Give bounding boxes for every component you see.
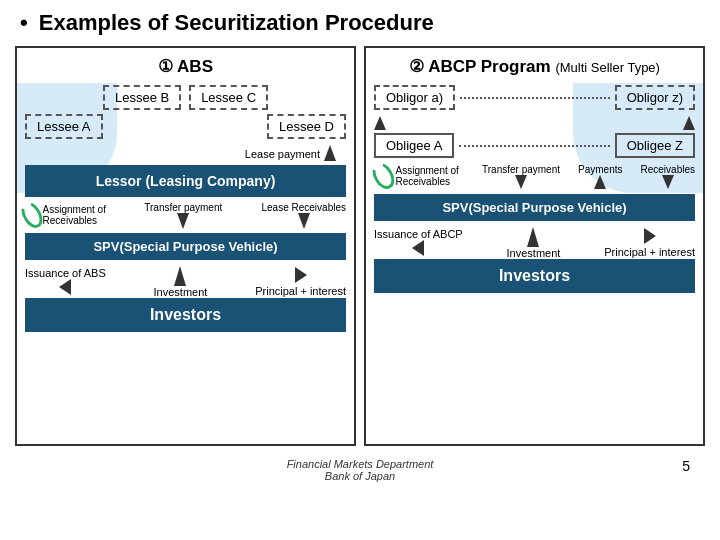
svg-marker-13 <box>644 228 656 244</box>
svg-marker-6 <box>374 116 386 130</box>
lessee-row1: Lessee B Lessee C <box>25 85 346 110</box>
right-arrow-abcp-icon <box>644 228 656 244</box>
up-investment-right-icon <box>527 227 539 247</box>
left-arrow-icon <box>59 279 71 295</box>
transfer-right-label: Transfer payment <box>482 164 560 175</box>
lessee-d-box: Lessee D <box>267 114 346 139</box>
transfer-payment-label: Transfer payment <box>144 202 222 213</box>
lease-receivables-label: Lease Receivables <box>262 202 347 213</box>
obligee-row: Obligee A Obligee Z <box>374 133 695 158</box>
down-arrow-icon <box>177 213 189 229</box>
svg-marker-10 <box>662 175 674 189</box>
obligee-a-box: Obligee A <box>374 133 454 158</box>
lessee-a-box: Lessee A <box>25 114 103 139</box>
down-arrow-receivables-icon <box>662 175 674 189</box>
receivables-label: Receivables <box>641 164 695 175</box>
svg-marker-11 <box>412 240 424 256</box>
lease-receivables-arrow: Lease Receivables <box>262 202 347 229</box>
svg-marker-5 <box>295 267 307 283</box>
lessee-row2: Lessee A Lessee D <box>25 114 346 139</box>
payments-arrow: Payments <box>578 164 622 189</box>
obligee-z-box: Obligee Z <box>615 133 695 158</box>
principal-interest-right-box: Principal + interest <box>604 228 695 258</box>
right-diagram: ② ABCP Program (Multi Seller Type) Oblig… <box>364 46 705 446</box>
assignment-right-label: Assignment of Receivables <box>396 165 465 187</box>
bullet: • <box>20 10 28 35</box>
flow-arrows-left: Assignment of Receivables Transfer payme… <box>25 201 346 229</box>
investors-box-right: Investors <box>374 259 695 293</box>
investors-section-right: Issuance of ABCP Investment <box>374 227 695 259</box>
svg-marker-7 <box>683 116 695 130</box>
investment-right-label: Investment <box>507 247 561 259</box>
down-arrow-icon2 <box>298 213 310 229</box>
footer-line1: Financial Markets Department <box>287 458 434 470</box>
right-subtitle-text: (Multi Seller Type) <box>555 60 660 75</box>
lessee-c-box: Lessee C <box>189 85 268 110</box>
page-title: • Examples of Securitization Procedure <box>15 10 705 36</box>
principal-label: Principal + interest <box>255 285 346 297</box>
up-arrow2-icon <box>174 266 186 286</box>
transfer-right-arrow: Transfer payment <box>482 164 560 189</box>
up-arrow-obligee-left-icon <box>374 116 386 130</box>
up-arrow-obligee-right-icon <box>683 116 695 130</box>
investors-section-left: Issuance of ABS Investment <box>25 266 346 298</box>
obligor-a-box: Obligor a) <box>374 85 455 110</box>
investors-box-left: Investors <box>25 298 346 332</box>
issuance-abcp-box: Issuance of ABCP <box>374 228 463 258</box>
lessor-box: Lessor (Leasing Company) <box>25 165 346 197</box>
down-arrow-right-icon <box>515 175 527 189</box>
left-arrow-abcp-icon <box>412 240 424 256</box>
lease-payment-label: Lease payment <box>245 148 320 160</box>
issuance-abs-box: Issuance of ABS <box>25 267 106 297</box>
diagrams-row: ① ABS Lessee B Lessee C Lessee A Lessee … <box>15 46 705 446</box>
circular-arrow-right-icon <box>368 159 398 192</box>
investment-label: Investment <box>154 286 208 298</box>
svg-marker-12 <box>527 227 539 247</box>
up-arrow-icon <box>324 145 336 161</box>
spv-box-left: SPV(Special Purpose Vehicle) <box>25 233 346 260</box>
principal-right-label: Principal + interest <box>604 246 695 258</box>
left-diagram-title: ① ABS <box>25 56 346 77</box>
lessee-b-box: Lessee B <box>103 85 181 110</box>
principal-interest-box: Principal + interest <box>255 267 346 297</box>
page: • Examples of Securitization Procedure ①… <box>0 0 720 540</box>
transfer-payment-arrow: Transfer payment <box>144 202 222 229</box>
footer-line2: Bank of Japan <box>287 470 434 482</box>
right-title-text: ② ABCP Program <box>409 57 551 76</box>
svg-marker-2 <box>298 213 310 229</box>
svg-marker-8 <box>515 175 527 189</box>
flow-arrows-right: Assignment of Receivables Transfer payme… <box>374 162 695 190</box>
svg-marker-1 <box>177 213 189 229</box>
svg-marker-4 <box>174 266 186 286</box>
issuance-label: Issuance of ABS <box>25 267 106 279</box>
right-arrow-icon <box>295 267 307 283</box>
issuance-abcp-label: Issuance of ABCP <box>374 228 463 240</box>
payments-label: Payments <box>578 164 622 175</box>
svg-marker-0 <box>324 145 336 161</box>
svg-marker-3 <box>59 279 71 295</box>
spv-box-right: SPV(Special Purpose Vehicle) <box>374 194 695 221</box>
up-arrow-payments-icon <box>594 175 606 189</box>
page-number: 5 <box>682 458 690 474</box>
right-diagram-title: ② ABCP Program (Multi Seller Type) <box>374 56 695 77</box>
obligor-row: Obligor a) Obligor z) <box>374 85 695 110</box>
obligor-z-box: Obligor z) <box>615 85 695 110</box>
footer: Financial Markets Department Bank of Jap… <box>287 458 434 482</box>
title-text: Examples of Securitization Procedure <box>39 10 434 35</box>
receivables-arrow: Receivables <box>641 164 695 189</box>
assignment-label: Assignment of Receivables <box>43 204 106 226</box>
left-diagram: ① ABS Lessee B Lessee C Lessee A Lessee … <box>15 46 356 446</box>
svg-marker-9 <box>594 175 606 189</box>
